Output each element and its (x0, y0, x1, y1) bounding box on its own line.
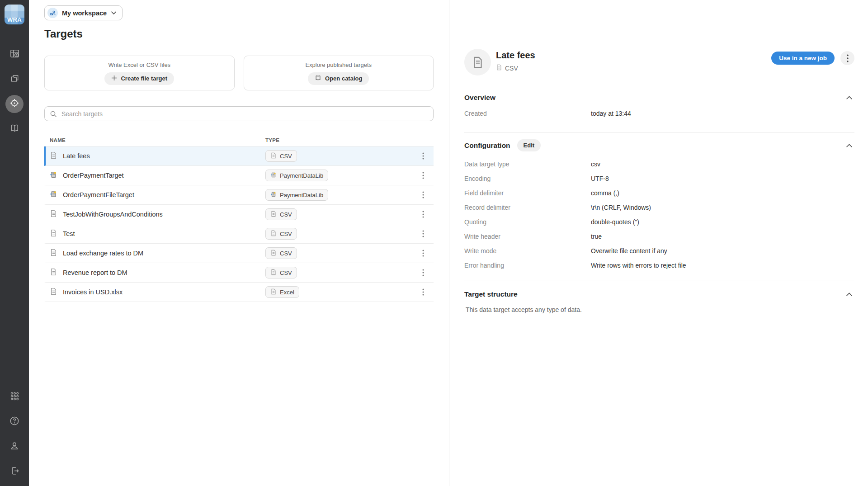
type-badge: PaymentDataLib (265, 170, 328, 181)
field-label: Record delimiter (464, 204, 591, 211)
target-name: Invoices in USD.xlsx (63, 288, 123, 296)
row-menu-button[interactable] (418, 208, 428, 220)
sidebar-item-logout[interactable] (5, 462, 24, 481)
field-value: comma (,) (591, 189, 619, 197)
row-menu-button[interactable] (418, 189, 428, 201)
sidebar-nav-bottom (5, 388, 24, 481)
targets-panel: My workspace Targets Write Excel or CSV … (29, 0, 449, 486)
row-menu-button[interactable] (418, 150, 428, 162)
sidebar-item-account[interactable] (5, 438, 24, 456)
search-input[interactable] (44, 106, 434, 121)
table-row[interactable]: Test CSV (44, 224, 434, 244)
target-name: Late fees (63, 152, 90, 160)
table-body: Late fees CSV OrderPaymentTarget Payment… (44, 146, 434, 302)
target-structure-heading: Target structure (464, 290, 518, 298)
plus-icon (111, 75, 117, 82)
chevron-up-icon[interactable] (844, 290, 854, 298)
open-catalog-button[interactable]: Open catalog (308, 72, 369, 85)
table-row[interactable]: Load exchange rates to DM CSV (44, 244, 434, 263)
overview-fields: Created today at 13:44 (464, 110, 854, 117)
detail-title: Late fees (496, 50, 535, 61)
row-menu-button[interactable] (418, 247, 428, 259)
workspace-switcher[interactable]: My workspace (44, 5, 123, 20)
target-detail-panel: Late fees CSV Use in a new job Overview (449, 0, 868, 486)
detail-field: Write header true (464, 229, 854, 244)
type-badge: CSV (265, 228, 297, 240)
sidebar-item-targets[interactable] (5, 95, 24, 113)
type-badge-icon (270, 250, 277, 257)
create-file-target-button[interactable]: Create file target (104, 72, 174, 85)
type-badge-label: Excel (280, 289, 294, 296)
row-menu-button[interactable] (418, 286, 428, 298)
sidebar-item-help[interactable] (5, 413, 24, 431)
target-avatar (464, 49, 491, 75)
target-name: OrderPaymentFileTarget (63, 191, 134, 198)
field-label: Quoting (464, 218, 591, 226)
table-header: NAME TYPE (44, 134, 434, 146)
type-badge-icon (270, 230, 277, 238)
type-badge: CSV (265, 150, 297, 162)
sidebar-item-projects[interactable] (5, 70, 24, 88)
target-type-icon (50, 288, 57, 297)
use-in-new-job-button[interactable]: Use in a new job (771, 52, 835, 65)
configuration-fields: Data target type csv Encoding UTF-8 Fiel… (464, 157, 854, 273)
target-structure-body: This data target accepts any type of dat… (464, 306, 854, 313)
configuration-section: Configuration Edit Data target type csv … (464, 133, 854, 280)
row-menu-button[interactable] (418, 228, 428, 240)
edit-configuration-button[interactable]: Edit (517, 139, 541, 151)
book-icon (9, 123, 20, 135)
chevron-down-icon (111, 9, 117, 16)
target-type-icon (50, 229, 57, 239)
app-logo-text: WRA (5, 16, 24, 23)
table-row[interactable]: Revenue report to DM CSV (44, 263, 434, 283)
target-type-icon (50, 190, 57, 200)
type-badge-icon (270, 211, 277, 218)
target-structure-section: Target structure This data target accept… (464, 280, 854, 323)
table-row[interactable]: OrderPaymentFileTarget PaymentDataLib (44, 185, 434, 205)
type-badge: CSV (265, 267, 297, 278)
row-menu-button[interactable] (418, 170, 428, 181)
field-value: csv (591, 160, 600, 168)
detail-field: Write mode Overwrite file content if any (464, 244, 854, 258)
detail-menu-button[interactable] (840, 51, 854, 65)
sidebar-item-catalog[interactable] (5, 120, 24, 138)
table-row[interactable]: Invoices in USD.xlsx Excel (44, 283, 434, 302)
type-badge-label: PaymentDataLib (280, 192, 323, 198)
type-badge-label: CSV (280, 250, 292, 257)
field-label: Field delimiter (464, 189, 591, 197)
detail-titles: Late fees CSV (496, 49, 535, 72)
target-name: OrderPaymentTarget (63, 172, 124, 179)
file-icon (496, 64, 502, 72)
target-type-icon (50, 151, 57, 161)
detail-subtype: CSV (496, 64, 535, 72)
detail-field: Record delimiter \r\n (CRLF, Windows) (464, 200, 854, 215)
row-menu-button[interactable] (418, 267, 428, 278)
table-row[interactable]: TestJobWithGroupsAndConditions CSV (44, 205, 434, 224)
target-icon (9, 98, 20, 110)
chevron-up-icon[interactable] (844, 142, 854, 150)
overview-heading: Overview (464, 94, 495, 102)
workspace-label: My workspace (62, 9, 107, 17)
folder-icon (9, 73, 20, 85)
target-type-icon (50, 210, 57, 219)
field-label: Write mode (464, 247, 591, 255)
table-row[interactable]: OrderPaymentTarget PaymentDataLib (44, 166, 434, 185)
field-label: Data target type (464, 160, 591, 168)
sidebar-item-apps[interactable] (5, 388, 24, 406)
detail-field: Field delimiter comma (,) (464, 186, 854, 200)
table-row[interactable]: Late fees CSV (44, 146, 434, 166)
target-type-icon (50, 171, 57, 180)
app-logo[interactable]: WRA (5, 5, 24, 24)
sidebar-item-tables[interactable] (5, 45, 24, 63)
type-badge: CSV (265, 208, 297, 220)
field-value: true (591, 233, 602, 240)
field-value: \r\n (CRLF, Windows) (591, 204, 651, 211)
field-value: double-quotes (") (591, 218, 639, 226)
chevron-up-icon[interactable] (844, 94, 854, 102)
column-header-name: NAME (50, 137, 265, 143)
type-badge-icon (270, 269, 277, 277)
field-label: Write header (464, 233, 591, 240)
target-name: Load exchange rates to DM (63, 250, 143, 257)
target-type-icon (50, 268, 57, 278)
sidebar: WRA (0, 0, 29, 486)
